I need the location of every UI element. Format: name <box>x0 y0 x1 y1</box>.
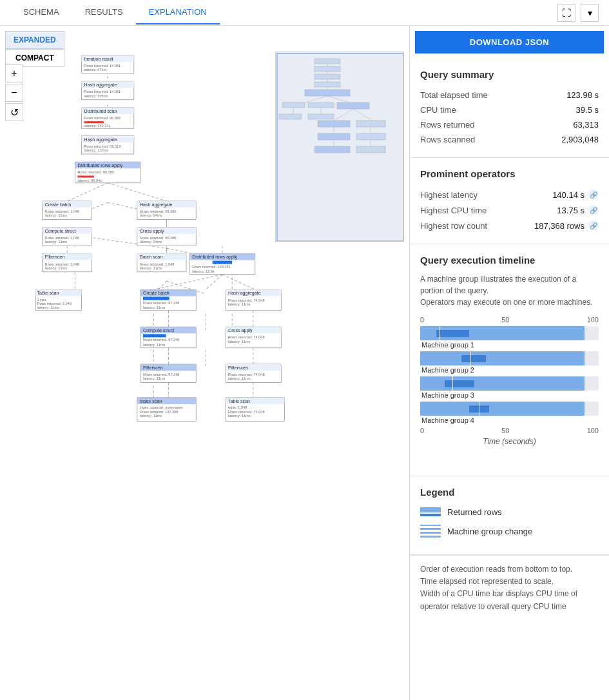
diagram-area[interactable]: Iteration result Rows returned: 14,031 l… <box>0 26 409 700</box>
cpu-label: CPU time <box>420 105 456 115</box>
legend-machine-group-text: Machine group change <box>447 527 532 536</box>
bar-label-1: Machine group 1 <box>420 341 599 349</box>
svg-text:latency: 11ms: latency: 11ms <box>228 302 251 306</box>
chevron-down-icon[interactable]: ▾ <box>581 4 599 22</box>
svg-text:Iteration result: Iteration result <box>84 57 113 62</box>
summary-row-elapsed: Total elapsed time 123.98 s <box>420 88 599 102</box>
bar-track-2 <box>420 351 599 365</box>
query-summary-section: Query summary Total elapsed time 123.98 … <box>410 59 609 158</box>
elapsed-label: Total elapsed time <box>420 90 488 100</box>
operator-row-cpu: Highest CPU time 13.75 s 🔗 <box>420 202 599 218</box>
expanded-button[interactable]: EXPANDED <box>5 31 64 49</box>
bar-divider-2 <box>470 351 471 365</box>
legend-section: Legend Returned rows Machine group chang… <box>410 476 609 555</box>
svg-text:latency: 11ms: latency: 11ms <box>140 266 162 270</box>
latency-number: 140.14 s <box>552 190 585 200</box>
timeline-title: Query execution timeline <box>420 255 599 266</box>
bar-label-4: Machine group 4 <box>420 416 599 424</box>
rowcount-link-icon[interactable]: 🔗 <box>588 220 599 231</box>
svg-text:Hash aggregate: Hash aggregate <box>84 137 117 142</box>
axis-top-labels: 0 50 100 <box>420 316 599 324</box>
left-panel: EXPANDED COMPACT + − ↺ <box>0 26 409 700</box>
main-layout: EXPANDED COMPACT + − ↺ <box>0 26 609 700</box>
bar-track-1 <box>420 326 599 340</box>
bar-inner-3 <box>445 380 474 387</box>
op-cpu-label: Highest CPU time <box>420 206 487 215</box>
svg-rect-14 <box>84 121 104 123</box>
svg-rect-118 <box>305 90 350 96</box>
svg-text:latency: 94ms: latency: 94ms <box>140 213 162 217</box>
bar-track-3 <box>420 376 599 391</box>
svg-text:latency: 11ms: latency: 11ms <box>143 343 166 347</box>
axis-min-bottom: 0 <box>420 427 424 434</box>
rowcount-value: 187,368 rows 🔗 <box>534 220 599 231</box>
svg-text:latency: 11ms: latency: 11ms <box>140 414 162 418</box>
legend-item-machine-group: Machine group change <box>420 525 599 538</box>
tab-results[interactable]: RESULTS <box>72 1 136 24</box>
rows-scanned-label: Rows scanned <box>420 135 475 144</box>
rows-returned-label: Rows returned <box>420 120 475 130</box>
svg-text:Filterscen: Filterscen <box>45 255 65 260</box>
svg-text:Table scan: Table scan <box>228 399 250 404</box>
bar-fill-3 <box>420 376 585 391</box>
bar-group-2: Machine group 2 <box>420 351 599 374</box>
svg-text:Batch scan: Batch scan <box>140 255 162 260</box>
axis-min-top: 0 <box>420 316 424 324</box>
latency-link-icon[interactable]: 🔗 <box>588 190 599 200</box>
footer-line-2: Time elapsed not represented to scale. <box>420 577 554 586</box>
top-nav: SCHEMA RESULTS EXPLANATION ⛶ ▾ <box>0 0 609 26</box>
svg-rect-72 <box>143 297 169 300</box>
legend-stripes-icon <box>420 525 441 538</box>
svg-text:latency: 140.14s: latency: 140.14s <box>84 124 111 128</box>
axis-max-bottom: 100 <box>587 427 599 434</box>
svg-rect-143 <box>356 146 385 153</box>
zoom-reset-button[interactable]: ↺ <box>5 103 23 121</box>
svg-text:Table scan: Table scan <box>37 291 59 296</box>
svg-rect-127 <box>337 102 369 109</box>
svg-text:Distributed rows apply: Distributed rows apply <box>192 255 237 260</box>
expand-icon[interactable]: ⛶ <box>557 4 575 22</box>
legend-item-returned: Returned rows <box>420 505 599 518</box>
timeline-section: Query execution timeline A machine group… <box>410 244 609 476</box>
tab-explanation[interactable]: EXPLANATION <box>136 1 220 24</box>
operator-row-latency: Highest latency 140.14 s 🔗 <box>420 187 599 202</box>
legend-returned-text: Returned rows <box>447 507 502 517</box>
tab-schema[interactable]: SCHEMA <box>10 1 72 24</box>
minimap[interactable] <box>275 52 404 242</box>
right-panel: DOWNLOAD JSON Query summary Total elapse… <box>409 26 609 700</box>
bar-label-3: Machine group 3 <box>420 391 599 399</box>
summary-row-rows-scanned: Rows scanned 2,903,048 <box>420 132 599 147</box>
svg-rect-139 <box>356 133 385 140</box>
download-json-button[interactable]: DOWNLOAD JSON <box>415 31 604 53</box>
prominent-operators-section: Prominent operators Highest latency 140.… <box>410 158 609 244</box>
svg-text:Create batch: Create batch <box>45 202 72 208</box>
svg-text:table: 1,048: table: 1,048 <box>228 405 247 409</box>
svg-rect-134 <box>318 121 350 127</box>
bar-track-4 <box>420 402 599 416</box>
svg-text:Rows returned: 96,386: Rows returned: 96,386 <box>77 170 113 174</box>
bar-fill-1 <box>420 326 585 340</box>
svg-text:latency: 13.9s: latency: 13.9s <box>192 269 215 273</box>
bar-divider-4 <box>479 402 479 416</box>
cpu-value: 39.5 s <box>576 105 599 115</box>
svg-rect-132 <box>279 114 302 119</box>
legend-title: Legend <box>420 487 599 498</box>
svg-text:latency: 11ms: latency: 11ms <box>228 376 251 380</box>
svg-text:Cross apply: Cross apply <box>140 229 164 234</box>
zoom-out-button[interactable]: − <box>5 84 23 102</box>
view-toggle: EXPANDED COMPACT <box>5 31 64 67</box>
svg-text:Index scan: Index scan <box>140 399 162 404</box>
svg-text:latency: 11ms: latency: 11ms <box>45 266 68 270</box>
bar-inner-1 <box>436 330 469 337</box>
svg-rect-133 <box>308 114 334 119</box>
footer-line-1: Order of execution reads from bottom to … <box>420 565 572 574</box>
svg-text:Cross apply: Cross apply <box>228 328 253 333</box>
bar-inner-2 <box>461 355 486 362</box>
svg-text:Rows returned: 129,251: Rows returned: 129,251 <box>192 265 231 269</box>
cpu-link-icon[interactable]: 🔗 <box>588 205 599 215</box>
svg-text:latency: 47ms: latency: 47ms <box>84 68 107 72</box>
bar-fill-4 <box>420 402 585 416</box>
rows-scanned-value: 2,903,048 <box>561 135 599 144</box>
zoom-in-button[interactable]: + <box>5 64 23 83</box>
svg-text:Hash aggregate: Hash aggregate <box>228 291 261 296</box>
